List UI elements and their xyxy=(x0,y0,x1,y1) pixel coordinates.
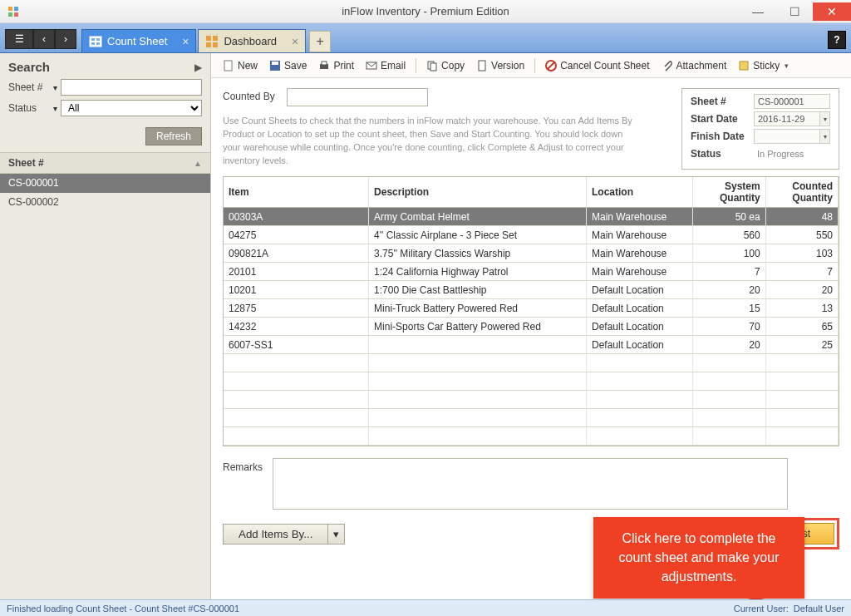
counted-by-label: Counted By xyxy=(223,88,275,102)
sticky-icon xyxy=(738,60,750,71)
svg-rect-24 xyxy=(740,62,748,70)
refresh-button[interactable]: Refresh xyxy=(145,127,202,145)
version-button[interactable]: Version xyxy=(471,57,529,74)
tab-strip: ☰ ‹ › Count Sheet × Dashboard × + ? xyxy=(0,23,851,53)
col-location[interactable]: Location xyxy=(587,177,693,208)
copy-button[interactable]: Copy xyxy=(421,57,470,74)
table-row[interactable]: 090821A3.75'' Military Classics WarshipM… xyxy=(224,244,839,263)
save-icon xyxy=(269,60,281,71)
add-items-dropdown[interactable]: ▾ xyxy=(328,524,345,545)
status-bar: Finished loading Count Sheet - Count She… xyxy=(0,599,851,616)
col-description[interactable]: Description xyxy=(369,177,587,208)
minimize-button[interactable]: — xyxy=(740,2,776,21)
status-message: Finished loading Count Sheet - Count She… xyxy=(7,604,239,614)
cancel-icon xyxy=(545,60,557,71)
sheet-list-header[interactable]: Sheet # ▲ xyxy=(0,152,210,174)
dropdown-icon[interactable]: ▾ xyxy=(53,83,57,92)
svg-rect-21 xyxy=(479,61,485,71)
close-button[interactable]: ✕ xyxy=(813,2,851,21)
remarks-input[interactable] xyxy=(273,458,788,510)
table-row-empty[interactable] xyxy=(224,427,839,446)
info-sheet-value[interactable]: CS-000001 xyxy=(754,94,830,109)
tab-count-sheet[interactable]: Count Sheet × xyxy=(81,29,196,52)
info-sheet-label: Sheet # xyxy=(691,96,754,107)
svg-rect-4 xyxy=(90,37,101,47)
counted-by-input[interactable] xyxy=(287,88,428,106)
menu-button[interactable]: ☰ xyxy=(5,29,33,49)
help-button[interactable]: ? xyxy=(828,31,846,49)
dropdown-icon[interactable]: ▾ xyxy=(53,104,57,113)
app-logo-icon xyxy=(7,5,20,18)
svg-rect-7 xyxy=(91,42,95,45)
svg-rect-17 xyxy=(322,62,327,65)
sticky-button[interactable]: Sticky▾ xyxy=(733,57,794,74)
svg-rect-15 xyxy=(272,62,278,65)
info-status-label: Status xyxy=(691,148,754,160)
table-row-empty[interactable] xyxy=(224,391,839,409)
svg-rect-0 xyxy=(8,7,12,11)
save-button[interactable]: Save xyxy=(264,57,312,74)
nav-back-button[interactable]: ‹ xyxy=(33,29,55,49)
sheet-list: CS-000001CS-000002 xyxy=(0,174,210,599)
new-button[interactable]: New xyxy=(218,57,263,74)
date-dropdown-icon[interactable]: ▾ xyxy=(820,129,830,144)
table-row[interactable]: 12875Mini-Truck Battery Powered RedDefau… xyxy=(224,299,839,318)
svg-rect-6 xyxy=(96,38,100,41)
print-icon xyxy=(318,60,330,71)
table-row-empty[interactable] xyxy=(224,372,839,391)
email-button[interactable]: Email xyxy=(361,57,411,74)
table-row[interactable]: 042754'' Classic Airplane - 3 Piece SetM… xyxy=(224,226,839,244)
filter-sheet-label: Sheet # xyxy=(8,81,52,93)
nav-forward-button[interactable]: › xyxy=(55,29,76,49)
dropdown-icon: ▾ xyxy=(785,62,789,70)
svg-rect-2 xyxy=(8,12,12,17)
window-title: inFlow Inventory - Premium Edition xyxy=(342,5,509,17)
info-start-value[interactable]: 2016-11-29 xyxy=(754,111,820,126)
info-finish-value[interactable] xyxy=(754,129,820,144)
tab-label: Count Sheet xyxy=(107,35,167,47)
info-panel: Sheet #CS-000001 Start Date2016-11-29▾ F… xyxy=(681,88,839,170)
table-row-empty[interactable] xyxy=(224,409,839,427)
filter-status-select[interactable]: All xyxy=(61,100,202,116)
sort-asc-icon: ▲ xyxy=(194,159,202,168)
col-item[interactable]: Item xyxy=(224,177,369,208)
cancel-button[interactable]: Cancel Count Sheet xyxy=(540,57,654,74)
attachment-icon xyxy=(662,60,673,71)
table-row[interactable]: 102011:700 Die Cast BattleshipDefault Lo… xyxy=(224,281,839,299)
svg-rect-12 xyxy=(213,42,218,47)
filter-sheet-input[interactable] xyxy=(61,79,202,96)
collapse-arrow-icon[interactable]: ▶ xyxy=(194,62,202,73)
svg-rect-20 xyxy=(430,63,436,71)
status-user-label: Current User: xyxy=(734,604,789,614)
svg-rect-1 xyxy=(14,7,18,11)
col-counted-quantity[interactable]: Counted Quantity xyxy=(765,177,838,208)
date-dropdown-icon[interactable]: ▾ xyxy=(820,111,830,126)
filter-status-label: Status xyxy=(8,102,52,114)
table-row[interactable]: 6007-SS1Default Location2025 xyxy=(224,336,839,354)
sheet-list-item[interactable]: CS-000002 xyxy=(0,193,210,212)
print-button[interactable]: Print xyxy=(313,57,359,74)
tab-close-icon[interactable]: × xyxy=(182,35,189,48)
table-row-empty[interactable] xyxy=(224,354,839,372)
col-system-quantity[interactable]: System Quantity xyxy=(693,177,765,208)
new-tab-button[interactable]: + xyxy=(309,31,331,52)
help-text: Use Count Sheets to check that the numbe… xyxy=(223,115,638,168)
svg-rect-3 xyxy=(14,12,18,17)
svg-rect-8 xyxy=(96,42,100,45)
info-status-value: In Progress xyxy=(754,146,830,161)
count-sheet-icon xyxy=(89,35,102,48)
sheet-list-item[interactable]: CS-000001 xyxy=(0,174,210,193)
info-start-label: Start Date xyxy=(691,113,754,125)
document-toolbar: New Save Print Email Copy Version Cancel… xyxy=(211,53,851,78)
search-title: Search xyxy=(8,60,50,74)
table-row[interactable]: 00303AArmy Combat HelmetMain Warehouse50… xyxy=(224,208,839,226)
table-row[interactable]: 14232Mini-Sports Car Battery Powered Red… xyxy=(224,318,839,336)
maximize-button[interactable]: ☐ xyxy=(776,2,813,21)
attachment-button[interactable]: Attachment xyxy=(657,57,732,74)
tab-dashboard[interactable]: Dashboard × xyxy=(198,29,306,52)
search-sidebar: Search ▶ Sheet # ▾ Status ▾ All Refresh … xyxy=(0,53,211,599)
svg-rect-10 xyxy=(213,36,218,41)
tab-close-icon[interactable]: × xyxy=(292,35,298,48)
add-items-button[interactable]: Add Items By... xyxy=(223,524,328,545)
table-row[interactable]: 201011:24 California Highway PatrolMain … xyxy=(224,263,839,281)
